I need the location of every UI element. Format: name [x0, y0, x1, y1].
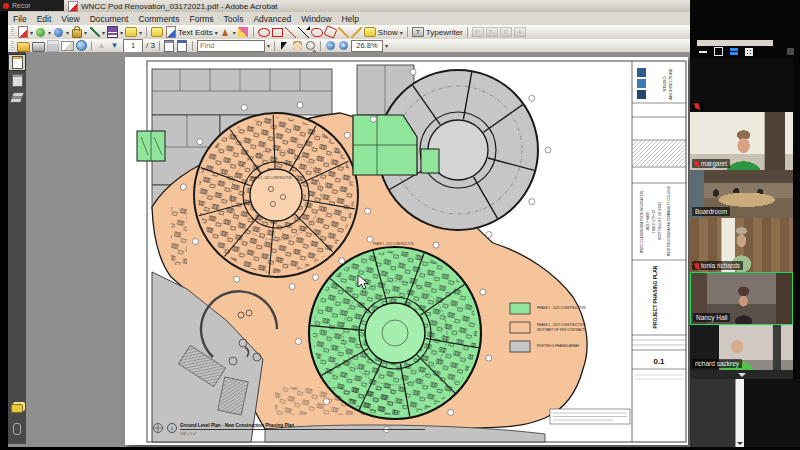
typewriter-label[interactable]: Typewriter [426, 28, 463, 37]
line-spacing-icon: ≡ [500, 27, 512, 38]
separator [91, 41, 92, 51]
separator [320, 41, 321, 51]
video-panel-controls [690, 46, 800, 57]
menu-tools[interactable]: Tools [219, 14, 249, 24]
zoom-in-icon[interactable]: + [338, 40, 349, 51]
legend-phase2-label: PHASE 2 - 2022 CONSTRUCTION [537, 323, 585, 327]
export-icon[interactable] [53, 27, 64, 38]
toolbar-grip [11, 41, 14, 51]
comments-panel-icon[interactable] [9, 401, 25, 416]
pages-panel-icon[interactable] [8, 54, 26, 71]
typewriter-icon[interactable]: T [412, 27, 424, 38]
toolbar-grip [11, 27, 14, 37]
sign-icon[interactable] [89, 27, 100, 38]
attachments-panel-icon[interactable] [9, 421, 25, 436]
arrow-tool-icon[interactable] [298, 27, 309, 38]
menu-advanced[interactable]: Advanced [248, 14, 296, 24]
hand-tool-icon[interactable] [292, 40, 303, 51]
highlighter-icon[interactable] [238, 27, 249, 38]
participant-tile[interactable]: margaret [690, 112, 793, 170]
create-pdf-icon[interactable] [17, 27, 28, 38]
speaker-view-icon[interactable] [730, 48, 738, 55]
recording-dot-icon [3, 3, 9, 9]
menu-help[interactable]: Help [336, 14, 363, 24]
collapse-strip-button[interactable] [690, 370, 793, 379]
find-dropdown-icon[interactable]: ▾ [267, 42, 270, 49]
text-edits-label[interactable]: Text Edits [178, 28, 213, 37]
next-page-icon[interactable]: ▼ [109, 40, 120, 51]
participant-tile-active-speaker[interactable]: Nancy Hall [690, 272, 793, 325]
stop-video-layout-icon[interactable] [714, 47, 723, 56]
recording-label: Recor [12, 2, 31, 9]
video-panel-lower [690, 379, 735, 447]
zoom-out-icon[interactable]: − [325, 40, 336, 51]
menu-comments[interactable]: Comments [133, 14, 184, 24]
scrolling-layout-icon[interactable] [177, 40, 188, 51]
participant-tile[interactable]: Boardroom [690, 170, 793, 218]
menu-forms[interactable]: Forms [184, 14, 218, 24]
project-owner: WESTERN NEBRASKA COMMUNITY COLLEGE [667, 186, 671, 256]
print-icon[interactable] [32, 40, 45, 51]
gallery-view-icon[interactable] [745, 48, 753, 56]
document-canvas[interactable]: PHASE 2 - 2022 CONSTRUCTION [26, 52, 690, 444]
menu-view[interactable]: View [56, 14, 84, 24]
view-scale: 1/16" = 1'-0" [180, 432, 196, 436]
participant-name-tag: Boardroom [692, 207, 730, 216]
participant-tile[interactable]: tonia richards [690, 218, 793, 272]
eraser-tool-icon[interactable] [351, 27, 362, 38]
collaborate-icon[interactable] [76, 40, 87, 51]
menu-document[interactable]: Document [85, 14, 134, 24]
separator [274, 41, 275, 51]
menu-file[interactable]: File [8, 14, 32, 24]
text-smaller-icon: T↓ [486, 27, 498, 38]
participant-tile[interactable]: richard sackrey [690, 325, 793, 370]
layers-panel-icon[interactable] [9, 90, 25, 105]
minimize-icon[interactable] [699, 51, 707, 53]
stamp-icon[interactable] [220, 27, 231, 38]
forms-icon[interactable] [107, 27, 118, 38]
bookmarks-panel-icon[interactable] [9, 73, 25, 88]
sticky-note-icon[interactable] [151, 27, 163, 38]
line-tool-icon[interactable] [285, 27, 296, 38]
view-title: Ground Level Plan - New Construction Pha… [180, 423, 294, 428]
show-label[interactable]: Show [378, 28, 398, 37]
pdf-page[interactable]: PHASE 2 - 2022 CONSTRUCTION [125, 57, 688, 445]
phase2-pod: PHASE 2 - 2022 CONSTRUCTION [194, 113, 358, 277]
find-input[interactable] [197, 40, 265, 52]
review-comment-icon[interactable] [125, 27, 137, 38]
participant-tile[interactable] [690, 58, 793, 112]
consultant-stamp-box [633, 141, 685, 166]
muted-mic-icon [695, 161, 699, 167]
pencil-tool-icon[interactable] [338, 27, 349, 38]
show-comments-icon[interactable] [364, 27, 376, 38]
video-panel-scrollbar[interactable] [735, 379, 744, 447]
polygon-tool-icon[interactable] [325, 27, 336, 38]
page-total-label: / 3 [146, 41, 155, 50]
zoom-level-value[interactable]: 26.8% [351, 40, 383, 52]
separator [253, 27, 254, 37]
muted-mic-icon [695, 103, 699, 109]
secure-icon[interactable] [71, 27, 82, 38]
open-icon[interactable] [17, 40, 30, 51]
pin-icon[interactable] [787, 48, 794, 55]
note-box [550, 409, 630, 424]
firm-name-1: STUDIO [662, 76, 667, 91]
oval-tool-icon[interactable] [258, 27, 270, 38]
cloud-tool-icon[interactable] [311, 27, 323, 38]
loupe-icon[interactable] [305, 40, 316, 51]
legend-phase1-label: PHASE 1 - 2021 CONSTRUCTION [537, 306, 585, 310]
page-number-input[interactable] [123, 39, 143, 53]
menu-window[interactable]: Window [296, 14, 336, 24]
email-icon[interactable] [61, 40, 74, 51]
rectangle-tool-icon[interactable] [272, 27, 283, 38]
zoom-dropdown-icon[interactable]: ▾ [385, 42, 388, 49]
participant-name-tag: margaret [692, 159, 730, 168]
menu-edit[interactable]: Edit [32, 14, 57, 24]
select-tool-icon[interactable] [279, 40, 290, 51]
combine-files-icon[interactable] [35, 27, 46, 38]
single-page-layout-icon[interactable] [164, 40, 175, 51]
participant-name: Nancy Hall [696, 314, 727, 321]
text-edits-icon[interactable] [165, 27, 176, 38]
sheet-number: 0.1 [653, 357, 665, 366]
separator [146, 27, 147, 37]
